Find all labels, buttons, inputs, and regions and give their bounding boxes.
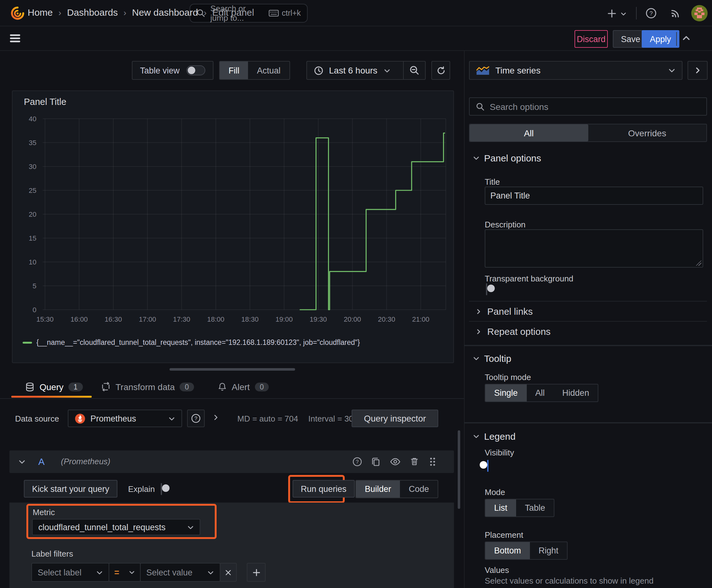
display-mode-actual[interactable]: Actual: [248, 62, 289, 79]
apply-button[interactable]: Apply: [642, 30, 679, 48]
datasource-picker[interactable]: Prometheus: [68, 410, 182, 427]
metric-select[interactable]: cloudflared_tunnel_total_requests: [32, 519, 200, 535]
breadcrumb-dashboards[interactable]: Dashboards: [67, 7, 118, 18]
panel-title-input[interactable]: [485, 187, 703, 205]
svg-text:20:30: 20:30: [378, 315, 395, 323]
discard-button[interactable]: Discard: [575, 30, 608, 48]
add-filter-button[interactable]: [247, 563, 265, 582]
add-new-button[interactable]: [607, 9, 617, 18]
tooltip-mode-hidden[interactable]: Hidden: [554, 384, 598, 401]
display-mode-switch: Fill Actual: [219, 61, 290, 80]
textarea-resize-handle[interactable]: [696, 260, 701, 266]
query-inspector-button[interactable]: Query inspector: [352, 410, 438, 427]
query-help-icon[interactable]: ?: [352, 457, 362, 467]
tooltip-header[interactable]: Tooltip: [473, 353, 511, 364]
remove-filter-button[interactable]: [220, 563, 237, 582]
collapse-sidebar-button[interactable]: [688, 61, 708, 80]
svg-text:?: ?: [356, 459, 359, 465]
breadcrumb-new-dashboard[interactable]: New dashboard: [132, 7, 198, 18]
explain-toggle[interactable]: [161, 483, 162, 495]
metric-label: Metric: [33, 508, 55, 517]
legend-series-label[interactable]: {__name__="cloudflared_tunnel_total_requ…: [37, 339, 360, 346]
svg-text:40: 40: [29, 115, 37, 123]
time-range-label[interactable]: Last 6 hours: [329, 65, 377, 76]
delete-query-trash-icon[interactable]: [410, 457, 419, 466]
tab-query-label: Query: [40, 382, 63, 392]
prometheus-icon: [75, 413, 85, 424]
tooltip-mode-all[interactable]: All: [526, 384, 554, 401]
operator-dropdown[interactable]: =: [109, 563, 141, 582]
legend-placement-right[interactable]: Right: [530, 542, 567, 559]
time-range-control: Last 6 hours: [306, 61, 426, 80]
display-mode-fill[interactable]: Fill: [220, 62, 248, 79]
legend-mode-table[interactable]: Table: [516, 499, 554, 517]
main-scrollbar[interactable]: [458, 430, 460, 509]
breadcrumb-home[interactable]: Home: [28, 7, 53, 18]
tooltip-chevron-down-icon: [473, 355, 480, 362]
run-queries-button[interactable]: Run queries: [293, 480, 355, 498]
options-tab-overrides[interactable]: Overrides: [588, 124, 706, 141]
select-value-chevron-down-icon: [207, 569, 214, 576]
editor-mode-code[interactable]: Code: [400, 481, 438, 498]
kickstart-query-button[interactable]: Kick start your query: [24, 480, 117, 498]
transparent-background-toggle[interactable]: [486, 283, 487, 295]
tab-transform-data[interactable]: Transform data 0: [101, 376, 194, 397]
tab-query[interactable]: Query 1: [25, 376, 83, 397]
svg-text:35: 35: [29, 139, 37, 147]
editor-mode-builder[interactable]: Builder: [356, 481, 400, 498]
refresh-button[interactable]: [431, 61, 450, 80]
add-menu-chevron-down-icon[interactable]: [620, 11, 627, 17]
query-options-expand-chevron-right-icon[interactable]: [212, 414, 219, 421]
query-ref-id[interactable]: A: [38, 456, 45, 467]
news-rss-icon[interactable]: [671, 7, 681, 18]
legend-mode-list[interactable]: List: [486, 499, 516, 517]
duplicate-query-icon[interactable]: [371, 457, 381, 467]
query-tab-bar: Query 1 Transform data 0 Alert 0: [0, 376, 464, 399]
options-search-field[interactable]: Search options: [469, 97, 707, 115]
database-icon: [25, 382, 35, 392]
repeat-options-section[interactable]: Repeat options: [475, 326, 551, 337]
datasource-help-button[interactable]: ?: [187, 410, 205, 427]
user-avatar[interactable]: [691, 5, 708, 21]
legend-values-label: Values: [485, 565, 509, 575]
toggle-visibility-eye-icon[interactable]: [390, 457, 401, 466]
drag-grip-icon[interactable]: [429, 457, 436, 467]
table-view-toggle[interactable]: [187, 65, 205, 76]
close-icon: [225, 569, 232, 576]
tooltip-mode-label: Tooltip mode: [485, 373, 531, 382]
legend-visibility-toggle[interactable]: [487, 460, 489, 472]
grafana-logo-icon[interactable]: [10, 6, 25, 21]
panel-title[interactable]: Panel Title: [24, 97, 66, 107]
visualization-picker[interactable]: Time series: [469, 61, 683, 80]
legend-header[interactable]: Legend: [473, 431, 516, 442]
panel-options-header[interactable]: Panel options: [473, 153, 541, 163]
select-value-dropdown[interactable]: Select value: [140, 563, 220, 582]
editor-mode-switch: Builder Code: [355, 480, 438, 498]
panel-links-section[interactable]: Panel links: [475, 306, 533, 317]
svg-text:16:30: 16:30: [105, 315, 122, 323]
refresh-icon: [436, 66, 446, 75]
time-range-chevron-down-icon[interactable]: [384, 67, 390, 74]
description-textarea[interactable]: [485, 229, 703, 268]
panel-preview: Panel Title 051015202530354015:3016:0016…: [12, 90, 454, 363]
legend-placement-bottom[interactable]: Bottom: [486, 542, 530, 559]
tab-transform-count: 0: [180, 382, 194, 391]
svg-text:15: 15: [29, 234, 37, 242]
bell-icon: [218, 382, 226, 391]
datasource-chevron-down-icon: [168, 415, 175, 422]
pane-splitter-handle[interactable]: [170, 368, 295, 371]
menu-hamburger-icon[interactable]: [9, 33, 21, 43]
help-icon[interactable]: ?: [645, 7, 657, 19]
description-label: Description: [485, 220, 525, 229]
select-label-dropdown[interactable]: Select label: [31, 563, 109, 582]
table-view-control: Table view: [132, 61, 214, 80]
query-editor-header[interactable]: A (Prometheus) ?: [9, 450, 454, 473]
breadcrumb: Home › Dashboards › New dashboard › Edit…: [28, 0, 254, 24]
query-collapse-chevron-down-icon[interactable]: [18, 458, 26, 465]
svg-text:15:30: 15:30: [37, 315, 54, 323]
tooltip-mode-single[interactable]: Single: [486, 384, 526, 401]
zoom-out-icon[interactable]: [404, 65, 425, 76]
tab-alert[interactable]: Alert 0: [218, 376, 269, 397]
options-tab-all[interactable]: All: [470, 124, 588, 141]
collapse-options-chevron-up-icon[interactable]: [682, 34, 691, 43]
